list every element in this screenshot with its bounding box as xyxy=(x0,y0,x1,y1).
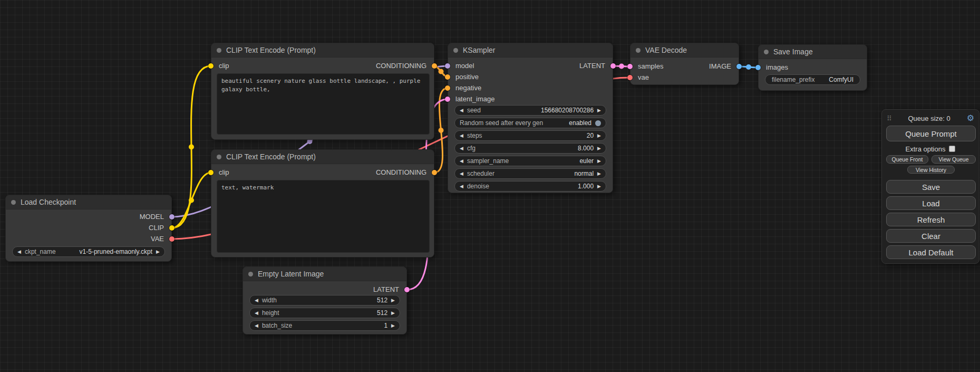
slot-row: samples IMAGE xyxy=(630,61,739,72)
node-empty-latent-image[interactable]: Empty Latent Image LATENT ◀ width 512 ▶ … xyxy=(242,266,407,335)
widget-ckpt-name[interactable]: ◀ ckpt_name v1-5-pruned-emaonly.ckpt ▶ xyxy=(12,246,165,257)
widget-denoise[interactable]: ◀ denoise 1.000 ▶ xyxy=(454,181,606,192)
link-midpoint-dot[interactable] xyxy=(746,64,751,70)
prompt-textarea[interactable]: text, watermark xyxy=(217,180,430,253)
view-queue-button[interactable]: View Queue xyxy=(932,155,976,164)
collapse-dot[interactable] xyxy=(636,48,641,53)
port-dot[interactable] xyxy=(610,63,616,69)
node-load-checkpoint[interactable]: Load Checkpoint MODEL CLIP VAE ◀ ckpt_na… xyxy=(5,195,172,262)
widget-value: 1 xyxy=(384,322,387,329)
node-header[interactable]: Save Image xyxy=(758,44,867,59)
port-dot[interactable] xyxy=(169,214,174,220)
increment-arrow-icon[interactable]: ▶ xyxy=(391,323,395,328)
refresh-button[interactable]: Refresh xyxy=(886,213,976,226)
collapse-dot[interactable] xyxy=(217,155,221,159)
node-ksampler[interactable]: KSampler model LATENT positive negative … xyxy=(448,43,613,193)
decrement-arrow-icon[interactable]: ◀ xyxy=(460,184,463,189)
widget-steps[interactable]: ◀ steps 20 ▶ xyxy=(454,130,606,141)
port-dot[interactable] xyxy=(627,64,633,69)
widget-sampler-name[interactable]: ◀ sampler_name euler ▶ xyxy=(454,156,606,166)
decrement-arrow-icon[interactable]: ◀ xyxy=(460,133,463,138)
node-header[interactable]: Empty Latent Image xyxy=(242,266,407,281)
port-dot[interactable] xyxy=(432,170,437,175)
port-dot[interactable] xyxy=(404,287,410,292)
node-title: Empty Latent Image xyxy=(258,270,324,278)
port-dot[interactable] xyxy=(432,63,437,69)
increment-arrow-icon[interactable]: ▶ xyxy=(391,298,395,303)
widget-random-seed-toggle[interactable]: Random seed after every gen enabled xyxy=(454,118,606,128)
port-dot[interactable] xyxy=(445,85,450,91)
port-dot[interactable] xyxy=(208,170,214,175)
port-dot[interactable] xyxy=(755,65,761,70)
decrement-arrow-icon[interactable]: ◀ xyxy=(460,171,463,176)
increment-arrow-icon[interactable]: ▶ xyxy=(597,133,601,138)
widget-cfg[interactable]: ◀ cfg 8.000 ▶ xyxy=(454,143,606,154)
decrement-arrow-icon[interactable]: ◀ xyxy=(460,159,463,164)
port-dot[interactable] xyxy=(169,225,174,231)
port-dot[interactable] xyxy=(445,63,450,69)
slot-label: positive xyxy=(455,72,479,82)
port-dot[interactable] xyxy=(445,97,450,102)
collapse-dot[interactable] xyxy=(248,272,253,276)
decrement-arrow-icon[interactable]: ◀ xyxy=(255,323,258,328)
port-dot[interactable] xyxy=(208,63,214,69)
node-clip-text-encode-positive[interactable]: CLIP Text Encode (Prompt) clip CONDITION… xyxy=(211,43,434,140)
extra-options-checkbox[interactable] xyxy=(949,146,955,152)
collapse-dot[interactable] xyxy=(11,200,16,205)
link-midpoint-dot[interactable] xyxy=(189,198,194,203)
node-vae-decode[interactable]: VAE Decode samples IMAGE vae xyxy=(630,43,739,85)
widget-seed[interactable]: ◀ seed 156680208700286 ▶ xyxy=(454,105,606,116)
drag-handle-icon[interactable]: ⠿ xyxy=(887,115,892,122)
widget-batch-size[interactable]: ◀ batch_size 1 ▶ xyxy=(249,320,400,331)
widget-scheduler[interactable]: ◀ scheduler normal ▶ xyxy=(454,168,606,179)
clear-button[interactable]: Clear xyxy=(886,229,976,243)
queue-prompt-button[interactable]: Queue Prompt xyxy=(886,126,976,141)
save-button[interactable]: Save xyxy=(886,180,976,194)
node-header[interactable]: CLIP Text Encode (Prompt) xyxy=(211,43,434,58)
output-slot-vae: VAE xyxy=(6,234,171,244)
collapse-dot[interactable] xyxy=(764,50,769,54)
increment-arrow-icon[interactable]: ▶ xyxy=(156,250,160,254)
load-default-button[interactable]: Load Default xyxy=(886,245,976,259)
increment-arrow-icon[interactable]: ▶ xyxy=(597,171,601,176)
decrement-arrow-icon[interactable]: ◀ xyxy=(255,298,258,303)
increment-arrow-icon[interactable]: ▶ xyxy=(597,108,601,113)
widget-height[interactable]: ◀ height 512 ▶ xyxy=(249,308,400,318)
port-dot[interactable] xyxy=(169,236,174,242)
decrement-arrow-icon[interactable]: ◀ xyxy=(255,311,258,316)
link-midpoint-dot[interactable] xyxy=(439,128,444,133)
increment-arrow-icon[interactable]: ▶ xyxy=(597,159,601,164)
node-header[interactable]: Load Checkpoint xyxy=(5,195,172,209)
toggle-on-icon[interactable] xyxy=(595,120,601,126)
decrement-arrow-icon[interactable]: ◀ xyxy=(17,250,21,254)
node-clip-text-encode-negative[interactable]: CLIP Text Encode (Prompt) clip CONDITION… xyxy=(211,149,434,257)
slot-label: MODEL xyxy=(140,212,164,222)
link-midpoint-dot[interactable] xyxy=(439,69,444,74)
gear-icon[interactable]: ⚙ xyxy=(967,114,974,122)
node-save-image[interactable]: Save Image images filename_prefix ComfyU… xyxy=(758,44,867,91)
decrement-arrow-icon[interactable]: ◀ xyxy=(460,108,463,113)
increment-arrow-icon[interactable]: ▶ xyxy=(597,184,601,189)
prompt-textarea[interactable]: beautiful scenery nature glass bottle la… xyxy=(217,73,430,135)
collapse-dot[interactable] xyxy=(453,48,458,53)
node-graph-canvas[interactable]: Load Checkpoint MODEL CLIP VAE ◀ ckpt_na… xyxy=(0,0,980,372)
widget-filename-prefix[interactable]: filename_prefix ComfyUI xyxy=(765,74,860,85)
increment-arrow-icon[interactable]: ▶ xyxy=(391,311,395,316)
widget-value: 512 xyxy=(377,309,387,317)
increment-arrow-icon[interactable]: ▶ xyxy=(597,146,601,151)
widget-width[interactable]: ◀ width 512 ▶ xyxy=(249,295,400,306)
link-midpoint-dot[interactable] xyxy=(619,64,624,69)
node-header[interactable]: VAE Decode xyxy=(630,43,739,58)
node-header[interactable]: CLIP Text Encode (Prompt) xyxy=(211,149,434,164)
port-dot[interactable] xyxy=(627,75,633,80)
view-history-button[interactable]: View History xyxy=(907,166,955,174)
load-button[interactable]: Load xyxy=(886,196,976,210)
decrement-arrow-icon[interactable]: ◀ xyxy=(460,146,463,151)
node-header[interactable]: KSampler xyxy=(448,43,613,58)
collapse-dot[interactable] xyxy=(217,48,221,53)
queue-front-button[interactable]: Queue Front xyxy=(886,155,928,164)
port-dot[interactable] xyxy=(445,74,450,80)
link-midpoint-dot[interactable] xyxy=(189,145,194,150)
port-dot[interactable] xyxy=(736,64,742,69)
node-title: CLIP Text Encode (Prompt) xyxy=(226,46,316,54)
